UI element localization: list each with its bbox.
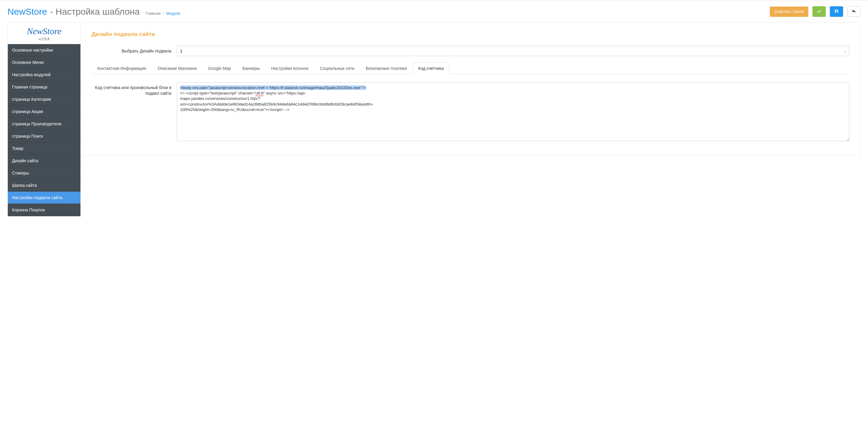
footer-design-select[interactable]: 1	[177, 46, 849, 56]
counter-code-textarea[interactable]: <body onLoad="javascript:window.location…	[177, 82, 849, 141]
tab[interactable]: Google Map	[202, 63, 237, 74]
tab[interactable]: Контактная Информация	[92, 63, 152, 74]
brand-title: NewStore	[7, 7, 47, 17]
sidebar-item[interactable]: Стикеры	[8, 167, 81, 179]
section-title: Дизайн подвала сайта	[92, 31, 849, 37]
sidebar-item[interactable]: страница Акции	[8, 106, 81, 118]
sidebar-item[interactable]: страница Производители	[8, 118, 81, 130]
page-header: NewStore - Настройка шаблона Главная / М…	[0, 1, 868, 22]
tab[interactable]: Настройки колонок	[266, 63, 314, 74]
tab[interactable]: Код счетчика	[413, 63, 450, 74]
sidebar-item[interactable]: Главная страница	[8, 81, 81, 93]
sidebar-item[interactable]: Товар	[8, 142, 81, 155]
counter-code-label: Код счетчика или произвольный блок в под…	[92, 82, 177, 96]
breadcrumb-home[interactable]: Главная	[146, 11, 160, 15]
sidebar-logo: NewStore	[8, 26, 81, 36]
page-subtitle: - Настройка шаблона	[50, 7, 140, 17]
sidebar-item[interactable]: страница Категории	[8, 93, 81, 106]
save-icon	[834, 9, 839, 14]
clear-cache-button[interactable]: Очистить Cache	[770, 7, 808, 17]
tab[interactable]: Баннеры	[237, 63, 266, 74]
sidebar-item[interactable]: страница Поиск	[8, 130, 81, 142]
sidebar: NewStore v.2.5.8 Основные настройкиОснов…	[7, 22, 81, 216]
sidebar-item[interactable]: Настройки подвала сайта	[8, 192, 81, 204]
main-panel: Дизайн подвала сайта Выбрать Дизайн подв…	[81, 22, 861, 155]
save-button[interactable]	[830, 6, 843, 17]
tab[interactable]: Описание Магазина	[152, 63, 202, 74]
check-icon	[817, 9, 821, 14]
sidebar-item[interactable]: Основные настройки	[8, 44, 81, 56]
sidebar-version: v.2.5.8	[8, 37, 81, 41]
footer-tabs: Контактная ИнформацияОписание МагазинаGo…	[92, 63, 849, 74]
sidebar-item[interactable]: Настройка модулей	[8, 69, 81, 81]
reply-arrow-icon	[852, 9, 856, 14]
breadcrumb: Главная / Модули	[146, 11, 180, 15]
sidebar-item[interactable]: Корзина Покупок	[8, 204, 81, 216]
sidebar-item[interactable]: Основное Меню	[8, 56, 81, 69]
sidebar-item[interactable]: Дизайн сайта	[8, 155, 81, 167]
footer-design-label: Выбрать Дизайн подвала	[92, 46, 177, 54]
breadcrumb-current[interactable]: Модули	[166, 11, 180, 15]
sidebar-item[interactable]: Шапка сайта	[8, 179, 81, 192]
apply-button[interactable]	[812, 6, 826, 17]
tab[interactable]: Безопасные платежи	[360, 63, 413, 74]
breadcrumb-sep: /	[163, 11, 164, 15]
tab[interactable]: Социальные сети	[314, 63, 360, 74]
back-button[interactable]	[847, 6, 861, 17]
sidebar-nav: Основные настройкиОсновное МенюНастройка…	[8, 44, 81, 216]
